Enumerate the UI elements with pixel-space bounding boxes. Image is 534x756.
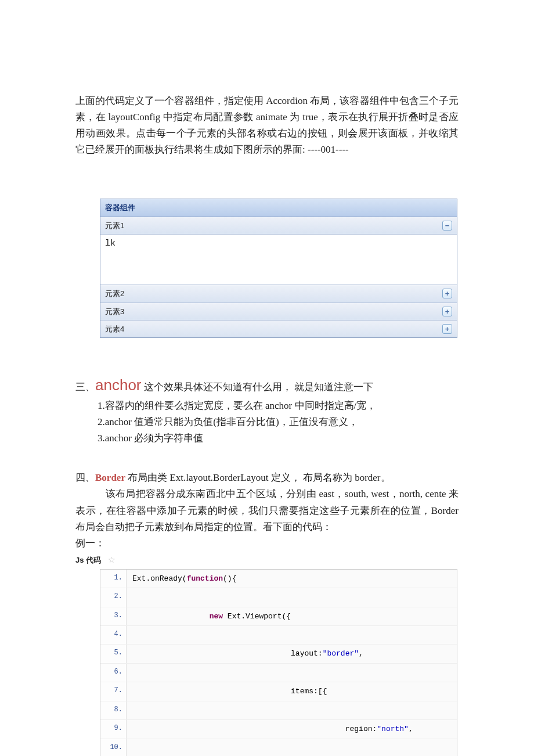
- expand-icon[interactable]: +: [442, 324, 452, 334]
- accordion-item-label: 元素4: [105, 323, 124, 335]
- star-icon[interactable]: ☆: [108, 553, 116, 567]
- lineno: 3.: [100, 607, 127, 625]
- code-text: [127, 588, 142, 606]
- code-line: 8.: [100, 701, 457, 720]
- code-line: 2.: [100, 588, 457, 607]
- document-page: 上面的代码定义了一个容器组件，指定使用 Accordion 布局，该容器组件中包…: [0, 0, 534, 756]
- lineno: 9.: [100, 720, 127, 738]
- code-line: 3. new Ext.Viewport({: [100, 607, 457, 626]
- note-1: 1.容器内的组件要么指定宽度，要么在 anchor 中同时指定高/宽，: [98, 398, 459, 414]
- accordion-item-3[interactable]: 元素3 +: [100, 303, 457, 321]
- note-3: 3.anchor 必须为字符串值: [98, 430, 459, 447]
- lineno: 8.: [100, 701, 127, 719]
- section-4: 四、Border 布局由类 Ext.layout.BorderLayout 定义…: [75, 470, 459, 567]
- code-text: [127, 739, 142, 756]
- code-text: Ext.onReady(function(){: [127, 570, 246, 588]
- note-2: 2.anchor 值通常只能为负值(指非百分比值)，正值没有意义，: [98, 414, 459, 430]
- expand-icon[interactable]: +: [442, 289, 452, 298]
- lineno: 10.: [100, 739, 127, 756]
- panel-title: 容器组件: [100, 199, 457, 217]
- code-line: 9. region:"north",: [100, 720, 457, 739]
- lineno: 7.: [100, 682, 127, 700]
- lineno: 4.: [100, 626, 127, 644]
- section-line1-post: 布局由类 Ext.layout.BorderLayout 定义， 布局名称为 b…: [125, 472, 391, 483]
- code-text: [127, 626, 142, 644]
- lineno: 5.: [100, 645, 127, 663]
- code-line: 1.Ext.onReady(function(){: [100, 570, 457, 588]
- indent: [75, 488, 106, 499]
- accordion-item-label: 元素2: [105, 287, 124, 300]
- accordion-item-label: 元素1: [105, 219, 124, 232]
- code-text: items:[{: [127, 682, 336, 700]
- code-label: Js 代码: [75, 554, 101, 566]
- section-prefix: 三、: [75, 381, 95, 393]
- code-line: 7. items:[{: [100, 682, 457, 701]
- section-prefix: 四、: [75, 472, 95, 483]
- example-label: 例一：: [75, 535, 459, 552]
- anchor-keyword: anchor: [95, 376, 142, 394]
- code-text: [127, 701, 142, 719]
- collapse-icon[interactable]: −: [442, 221, 452, 231]
- accordion-item-label: 元素3: [105, 305, 124, 318]
- lineno: 6.: [100, 664, 127, 682]
- accordion-item-2[interactable]: 元素2 +: [100, 285, 457, 303]
- expand-icon[interactable]: +: [442, 307, 452, 316]
- accordion-panel: 容器组件 元素1 − lk 元素2 + 元素3 + 元素4 +: [100, 199, 457, 338]
- section-3: 三、anchor 这个效果具体还不知道有什么用， 就是知道注意一下 1.容器内的…: [75, 373, 459, 447]
- code-text: [127, 664, 142, 682]
- code-text: layout:"border",: [127, 645, 372, 663]
- lineno: 1.: [100, 570, 127, 588]
- code-line: 10.: [100, 739, 457, 756]
- accordion-item-1[interactable]: 元素1 −: [100, 217, 457, 235]
- code-text: new Ext.Viewport({: [127, 607, 300, 625]
- section-4-body: 该布局把容器分成东南西北中五个区域，分别由 east，south, west，n…: [75, 488, 459, 532]
- section-tail: 这个效果具体还不知道有什么用， 就是知道注意一下: [142, 381, 374, 393]
- code-line: 5. layout:"border",: [100, 645, 457, 663]
- intro-paragraph: 上面的代码定义了一个容器组件，指定使用 Accordion 布局，该容器组件中包…: [75, 93, 459, 158]
- accordion-body: lk: [100, 235, 457, 285]
- border-keyword: Border: [95, 472, 125, 483]
- accordion-item-4[interactable]: 元素4 +: [100, 321, 457, 337]
- code-block: 1.Ext.onReady(function(){ 2. 3. new Ext.…: [100, 569, 457, 756]
- code-line: 6.: [100, 664, 457, 682]
- lineno: 2.: [100, 588, 127, 606]
- code-line: 4.: [100, 626, 457, 645]
- code-text: region:"north",: [127, 720, 422, 738]
